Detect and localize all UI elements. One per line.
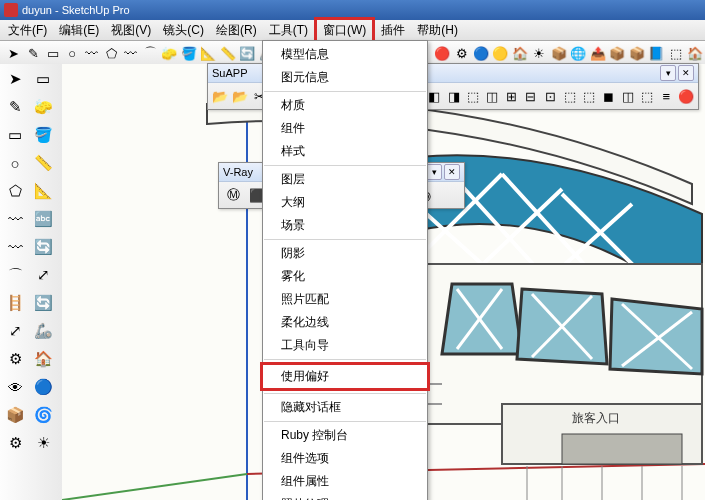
suapp-icon[interactable]: ⊡ (543, 86, 558, 106)
menu-item[interactable]: 工具(T) (263, 20, 314, 41)
toolbar-icon[interactable]: 📏 (219, 43, 236, 63)
tool-icon[interactable]: ⬠ (2, 178, 28, 204)
tool-icon[interactable]: ⚙ (2, 430, 28, 456)
suapp-icon[interactable]: ⊟ (523, 86, 538, 106)
vray-icon[interactable]: Ⓜ (223, 185, 243, 205)
suapp-icon[interactable]: ⊞ (504, 86, 519, 106)
toolbar-icon[interactable]: ○ (63, 43, 80, 63)
menu-item[interactable]: 编辑(E) (53, 20, 105, 41)
menu-item[interactable]: 柔化边线 (263, 311, 427, 334)
tool-icon[interactable]: 🔤 (30, 206, 56, 232)
toolbar-icon[interactable]: 📐 (200, 43, 217, 63)
menu-item[interactable]: 模型信息 (263, 43, 427, 66)
tool-icon[interactable]: 📦 (2, 402, 28, 428)
tool-icon[interactable]: 🦾 (30, 318, 56, 344)
tool-icon[interactable]: 〰 (2, 206, 28, 232)
tool-icon[interactable]: ➤ (2, 66, 28, 92)
tool-icon[interactable]: 🪣 (30, 122, 56, 148)
minimize-icon[interactable]: ▾ (660, 65, 676, 81)
toolbar-icon[interactable]: 📦 (628, 43, 645, 63)
toolbar-icon[interactable]: 🧽 (161, 43, 178, 63)
toolbar-icon[interactable]: 📦 (609, 43, 626, 63)
menu-item[interactable]: 场景 (263, 214, 427, 237)
tool-icon[interactable]: 📏 (30, 150, 56, 176)
suapp-icon[interactable]: ⬚ (581, 86, 596, 106)
tool-icon[interactable]: 📐 (30, 178, 56, 204)
tool-icon[interactable]: ✎ (2, 94, 28, 120)
toolbar-icon[interactable]: 〰 (83, 43, 100, 63)
menu-item[interactable]: 文件(F) (2, 20, 53, 41)
tool-icon[interactable]: ○ (2, 150, 28, 176)
suapp-icon[interactable]: ⬚ (562, 86, 577, 106)
toolbar-icon[interactable]: ✎ (24, 43, 41, 63)
toolbar-icon[interactable]: 🏠 (511, 43, 528, 63)
menu-item[interactable]: 阴影 (263, 242, 427, 265)
suapp-icon[interactable]: ≡ (659, 86, 674, 106)
menu-item[interactable]: 工具向导 (263, 334, 427, 357)
toolbar-icon[interactable]: ➤ (5, 43, 22, 63)
menu-item[interactable]: 视图(V) (105, 20, 157, 41)
toolbar-icon[interactable]: 📘 (647, 43, 664, 63)
menu-item[interactable]: 照片匹配 (263, 288, 427, 311)
tool-icon[interactable]: ▭ (2, 122, 28, 148)
menu-item[interactable]: 照片纹理 (263, 493, 427, 500)
tool-icon[interactable]: 👁 (2, 374, 28, 400)
menu-item[interactable]: 绘图(R) (210, 20, 263, 41)
suapp-icon[interactable]: 📂 (212, 86, 228, 106)
menu-item[interactable]: 帮助(H) (411, 20, 464, 41)
tool-icon[interactable]: ☀ (30, 430, 56, 456)
tool-icon[interactable]: 🔄 (30, 290, 56, 316)
menu-item[interactable]: 样式 (263, 140, 427, 163)
menu-item[interactable]: 组件选项 (263, 447, 427, 470)
menu-item[interactable]: Ruby 控制台 (263, 424, 427, 447)
menu-item[interactable]: 组件 (263, 117, 427, 140)
close-icon[interactable]: ✕ (444, 164, 460, 180)
tool-icon[interactable]: 🏠 (30, 346, 56, 372)
window-menu-dropdown[interactable]: 模型信息图元信息材质组件样式图层大纲场景阴影雾化照片匹配柔化边线工具向导使用偏好… (262, 40, 428, 500)
toolbar-icon[interactable]: 🪣 (180, 43, 197, 63)
menubar[interactable]: 文件(F)编辑(E)视图(V)镜头(C)绘图(R)工具(T)窗口(W)插件帮助(… (0, 20, 705, 41)
toolbar-icon[interactable]: ⚙ (453, 43, 470, 63)
suapp-icon[interactable]: ◨ (446, 86, 461, 106)
minimize-icon[interactable]: ▾ (426, 164, 442, 180)
toolbar-icon[interactable]: 🔵 (472, 43, 489, 63)
toolbar-icon[interactable]: 🔴 (433, 43, 450, 63)
toolbar-icon[interactable]: 📦 (550, 43, 567, 63)
tool-icon[interactable]: 🌀 (30, 402, 56, 428)
toolbar-icon[interactable]: 🏠 (686, 43, 703, 63)
menu-item[interactable]: 插件 (375, 20, 411, 41)
menu-item[interactable]: 隐藏对话框 (263, 396, 427, 419)
toolbar-icon[interactable]: ⬚ (667, 43, 684, 63)
menu-item[interactable]: 图元信息 (263, 66, 427, 89)
toolbar-icon[interactable]: 📤 (589, 43, 606, 63)
menu-item[interactable]: 雾化 (263, 265, 427, 288)
suapp-icon[interactable]: ⬚ (465, 86, 480, 106)
suapp-icon[interactable]: ⬚ (639, 86, 654, 106)
tool-icon[interactable]: 🧽 (30, 94, 56, 120)
menu-item[interactable]: 图层 (263, 168, 427, 191)
tool-icon[interactable]: 〰 (2, 234, 28, 260)
toolbar-icon[interactable]: ▭ (44, 43, 61, 63)
left-toolbar[interactable]: ➤▭✎🧽▭🪣○📏⬠📐〰🔤〰🔄⌒⤢🪜🔄⤢🦾⚙🏠👁🔵📦🌀⚙☀ (0, 64, 67, 500)
toolbar-icon[interactable]: 〰 (122, 43, 139, 63)
menu-item[interactable]: 材质 (263, 94, 427, 117)
suapp-icon[interactable]: ◫ (620, 86, 635, 106)
toolbar-icon[interactable]: ⬠ (102, 43, 119, 63)
tool-icon[interactable]: ▭ (30, 66, 56, 92)
tool-icon[interactable]: ⌒ (2, 262, 28, 288)
toolbar-icon[interactable]: ⌒ (141, 43, 158, 63)
suapp-icon[interactable]: ◫ (485, 86, 500, 106)
menu-item[interactable]: 大纲 (263, 191, 427, 214)
toolbar-icon[interactable]: 🟡 (492, 43, 509, 63)
menu-item[interactable]: 使用偏好 (260, 362, 430, 391)
tool-icon[interactable]: 🔄 (30, 234, 56, 260)
close-icon[interactable]: ✕ (678, 65, 694, 81)
suapp-icon[interactable]: ◼ (601, 86, 616, 106)
toolbar-icon[interactable]: 🌐 (570, 43, 587, 63)
tool-icon[interactable]: 🪜 (2, 290, 28, 316)
tool-icon[interactable]: ⚙ (2, 346, 28, 372)
toolbar-icon[interactable]: 🔄 (239, 43, 256, 63)
menu-item[interactable]: 镜头(C) (157, 20, 210, 41)
suapp-icon[interactable]: 📂 (232, 86, 248, 106)
suapp-icon[interactable]: ◧ (427, 86, 442, 106)
